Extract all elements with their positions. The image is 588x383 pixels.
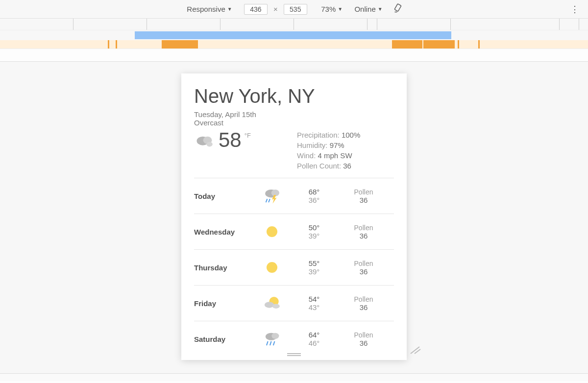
sunny-icon (255, 221, 289, 242)
svg-line-18 (270, 341, 271, 345)
forecast-hilo: 54°43° (292, 295, 336, 311)
svg-line-9 (269, 199, 270, 202)
zoom-selector[interactable]: 73% ▼ (319, 4, 344, 14)
rain-icon (255, 328, 289, 350)
rotate-icon[interactable] (393, 3, 403, 15)
humidity-label: Humidity: (297, 141, 328, 149)
forecast-pollen: Pollen36 (339, 188, 388, 204)
svg-point-16 (271, 333, 279, 339)
media-query-mark[interactable] (478, 40, 480, 48)
media-query-bar-blue[interactable] (0, 30, 588, 40)
svg-line-8 (266, 199, 268, 202)
page-content[interactable]: New York, NY Tuesday, April 15th Overcas… (181, 73, 407, 360)
device-frame: New York, NY Tuesday, April 15th Overcas… (181, 73, 407, 360)
network-selector-label: Online (354, 5, 375, 13)
forecast-hi: 54° (292, 295, 336, 303)
zoom-selector-label: 73% (321, 5, 336, 13)
media-query-range[interactable] (135, 31, 451, 39)
forecast-pollen: Pollen36 (339, 295, 388, 311)
city-title: New York, NY (194, 85, 394, 107)
pollen-val: 36 (343, 162, 351, 170)
resize-handle-bottom[interactable] (284, 350, 304, 359)
pollen-value: 36 (339, 267, 388, 276)
svg-point-11 (267, 262, 277, 273)
forecast-list: Today 68°36°Pollen36Wednesday 50°39°Poll… (194, 178, 394, 357)
resize-handle-corner[interactable] (409, 346, 588, 359)
current-temp: 58 (219, 130, 242, 150)
humidity-val: 97% (330, 141, 344, 149)
svg-point-14 (272, 304, 280, 309)
pollen-value: 36 (339, 196, 388, 204)
forecast-hi: 55° (292, 259, 336, 267)
current-stats: Precipitation: 100% Humidity: 97% Wind: … (297, 130, 360, 171)
forecast-row: Wednesday 50°39°Pollen36 (194, 214, 394, 250)
forecast-hilo: 68°36° (292, 188, 336, 204)
breakpoints-ruler[interactable] (0, 19, 588, 30)
forecast-day: Today (194, 192, 252, 200)
forecast-hilo: 64°46° (292, 331, 336, 347)
current-conditions: 58 °F Precipitation: 100% Humidity: 97% … (194, 130, 394, 178)
forecast-hilo: 50°39° (292, 223, 336, 240)
device-selector-label: Responsive (187, 5, 225, 13)
forecast-day: Saturday (194, 335, 252, 343)
pollen-label: Pollen (339, 224, 388, 232)
date-text: Tuesday, April 15th (194, 110, 394, 119)
svg-point-4 (206, 142, 212, 147)
media-query-mark[interactable] (116, 40, 117, 48)
device-selector[interactable]: Responsive ▼ (185, 4, 234, 14)
overcast-icon (194, 130, 216, 151)
precip-val: 100% (342, 131, 360, 139)
viewport-height-input[interactable] (284, 4, 307, 15)
forecast-pollen: Pollen36 (339, 224, 388, 240)
wind-label: Wind: (297, 151, 316, 160)
media-query-mark[interactable] (108, 40, 109, 48)
media-query-range[interactable] (423, 40, 455, 48)
sunny-icon (255, 257, 289, 278)
forecast-pollen: Pollen36 (339, 331, 388, 347)
svg-rect-0 (394, 4, 401, 12)
svg-line-17 (267, 341, 268, 345)
forecast-row: Today 68°36°Pollen36 (194, 178, 394, 214)
viewport-width-input[interactable] (244, 4, 268, 15)
forecast-lo: 43° (292, 303, 336, 311)
wind-val: 4 mph SW (318, 151, 352, 160)
pollen-value: 36 (339, 339, 388, 347)
dropdown-icon: ▼ (227, 6, 232, 12)
network-selector[interactable]: Online ▼ (352, 4, 384, 14)
pollen-label: Pollen (339, 260, 388, 267)
pollen-label: Pollen (339, 331, 388, 339)
forecast-day: Wednesday (194, 228, 252, 236)
forecast-day: Friday (194, 299, 252, 308)
forecast-hi: 64° (292, 331, 336, 339)
more-options-icon[interactable]: ⋮ (570, 5, 579, 14)
partly-cloudy-icon (255, 292, 289, 314)
forecast-hilo: 55°39° (292, 259, 336, 276)
forecast-lo: 36° (292, 196, 336, 204)
forecast-hi: 50° (292, 223, 336, 232)
dropdown-icon: ▼ (338, 6, 343, 12)
precip-label: Precipitation: (297, 131, 340, 139)
device-viewport-area: New York, NY Tuesday, April 15th Overcas… (0, 62, 588, 373)
pollen-label: Pollen (339, 295, 388, 303)
media-query-range[interactable] (162, 40, 198, 48)
forecast-day: Thursday (194, 263, 252, 272)
forecast-lo: 39° (292, 267, 336, 276)
forecast-hi: 68° (292, 188, 336, 196)
forecast-pollen: Pollen36 (339, 260, 388, 276)
condition-text: Overcast (194, 119, 394, 127)
storm-icon (255, 185, 289, 207)
devtools-toolbar: Responsive ▼ × 73% ▼ Online ▼ ⋮ (0, 0, 588, 19)
dropdown-icon: ▼ (378, 6, 383, 12)
dimension-separator: × (273, 5, 278, 13)
svg-line-22 (411, 347, 419, 354)
media-query-mark[interactable] (458, 40, 459, 48)
svg-line-19 (273, 341, 275, 345)
forecast-lo: 39° (292, 232, 336, 240)
media-query-bar-orange[interactable] (0, 40, 588, 49)
pollen-value: 36 (339, 232, 388, 240)
temp-unit: °F (245, 132, 251, 139)
media-query-range[interactable] (392, 40, 422, 48)
pollen-label: Pollen (339, 188, 388, 196)
forecast-lo: 46° (292, 339, 336, 347)
footer-bar (0, 373, 588, 381)
